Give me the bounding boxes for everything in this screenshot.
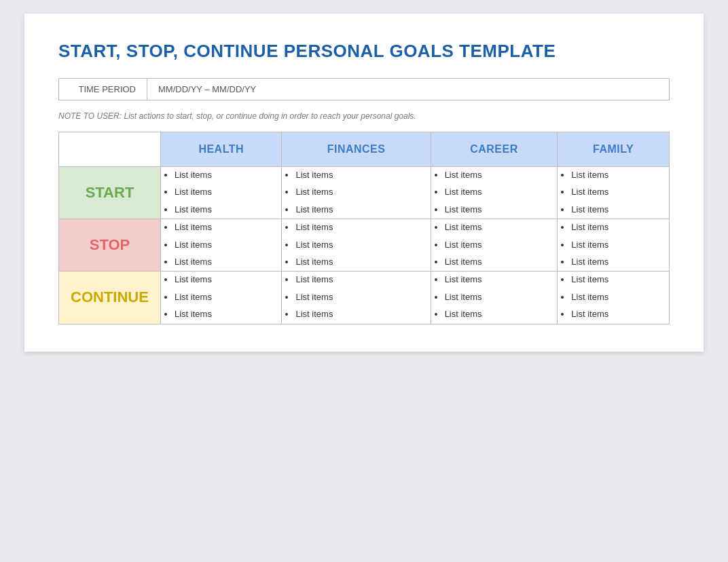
list-item: List items	[175, 289, 281, 305]
data-cell-start-1[interactable]: List itemsList itemsList items	[282, 167, 431, 219]
list-item: List items	[571, 254, 669, 269]
list-stop-3: List itemsList itemsList items	[558, 219, 669, 269]
data-cell-stop-0[interactable]: List itemsList itemsList items	[161, 219, 282, 271]
list-start-0: List itemsList itemsList items	[161, 167, 281, 217]
list-item: List items	[445, 289, 558, 305]
list-item: List items	[571, 289, 669, 305]
list-stop-0: List itemsList itemsList items	[161, 219, 281, 269]
time-period-value[interactable]: MM/DD/YY – MM/DD/YY	[147, 79, 669, 100]
table-row-start: STARTList itemsList itemsList itemsList …	[59, 167, 670, 219]
list-start-3: List itemsList itemsList items	[558, 167, 669, 217]
list-continue-1: List itemsList itemsList items	[282, 271, 430, 322]
row-label-stop: STOP	[59, 219, 161, 271]
list-stop-2: List itemsList itemsList items	[431, 219, 558, 269]
table-row-continue: CONTINUEList itemsList itemsList itemsLi…	[59, 271, 670, 324]
note-text: NOTE TO USER: List actions to start, sto…	[58, 111, 670, 121]
list-continue-2: List itemsList itemsList items	[431, 271, 558, 322]
list-item: List items	[175, 184, 281, 200]
list-item: List items	[445, 271, 558, 287]
list-item: List items	[175, 202, 281, 217]
data-cell-continue-0[interactable]: List itemsList itemsList items	[161, 271, 282, 324]
data-cell-stop-2[interactable]: List itemsList itemsList items	[431, 219, 558, 271]
list-item: List items	[175, 237, 281, 252]
data-cell-start-0[interactable]: List itemsList itemsList items	[161, 167, 282, 219]
data-cell-start-2[interactable]: List itemsList itemsList items	[431, 167, 558, 219]
empty-header-cell	[59, 132, 161, 167]
list-item: List items	[445, 306, 558, 322]
list-item: List items	[445, 202, 558, 217]
list-item: List items	[295, 306, 430, 322]
list-item: List items	[445, 167, 558, 183]
row-label-continue: CONTINUE	[59, 271, 161, 324]
list-item: List items	[445, 184, 558, 200]
list-item: List items	[571, 219, 669, 235]
header-health: HEALTH	[161, 132, 282, 167]
list-item: List items	[175, 167, 281, 183]
list-item: List items	[571, 271, 669, 287]
list-item: List items	[445, 237, 558, 252]
time-period-row: TIME PERIOD MM/DD/YY – MM/DD/YY	[58, 78, 670, 100]
list-item: List items	[445, 219, 558, 235]
list-item: List items	[175, 271, 281, 287]
header-career: CAREER	[431, 132, 558, 167]
header-family: FAMILY	[558, 132, 670, 167]
list-item: List items	[295, 254, 430, 269]
list-item: List items	[295, 219, 430, 235]
list-item: List items	[175, 219, 281, 235]
header-finances: FINANCES	[282, 132, 431, 167]
data-cell-start-3[interactable]: List itemsList itemsList items	[558, 167, 670, 219]
page-title: START, STOP, CONTINUE PERSONAL GOALS TEM…	[58, 41, 670, 62]
goals-table: HEALTH FINANCES CAREER FAMILY STARTList …	[58, 132, 670, 324]
list-item: List items	[175, 254, 281, 269]
header-row: HEALTH FINANCES CAREER FAMILY	[59, 132, 670, 167]
list-item: List items	[571, 167, 669, 183]
table-row-stop: STOPList itemsList itemsList itemsList i…	[59, 219, 670, 271]
data-cell-continue-3[interactable]: List itemsList itemsList items	[558, 271, 670, 324]
row-label-start: START	[59, 167, 161, 219]
list-item: List items	[295, 271, 430, 287]
list-item: List items	[571, 237, 669, 252]
list-item: List items	[175, 306, 281, 322]
list-item: List items	[445, 254, 558, 269]
list-continue-3: List itemsList itemsList items	[558, 271, 669, 322]
list-item: List items	[295, 202, 430, 217]
list-item: List items	[295, 184, 430, 200]
list-item: List items	[571, 184, 669, 200]
list-item: List items	[295, 237, 430, 252]
list-stop-1: List itemsList itemsList items	[282, 219, 430, 269]
list-item: List items	[571, 306, 669, 322]
data-cell-stop-1[interactable]: List itemsList itemsList items	[282, 219, 431, 271]
page-container: START, STOP, CONTINUE PERSONAL GOALS TEM…	[24, 14, 704, 352]
data-cell-continue-1[interactable]: List itemsList itemsList items	[282, 271, 431, 324]
list-start-1: List itemsList itemsList items	[282, 167, 430, 217]
data-cell-continue-2[interactable]: List itemsList itemsList items	[431, 271, 558, 324]
list-item: List items	[295, 289, 430, 305]
data-cell-stop-3[interactable]: List itemsList itemsList items	[558, 219, 670, 271]
list-start-2: List itemsList itemsList items	[431, 167, 558, 217]
list-continue-0: List itemsList itemsList items	[161, 271, 281, 322]
list-item: List items	[571, 202, 669, 217]
time-period-label: TIME PERIOD	[59, 79, 147, 100]
list-item: List items	[295, 167, 430, 183]
